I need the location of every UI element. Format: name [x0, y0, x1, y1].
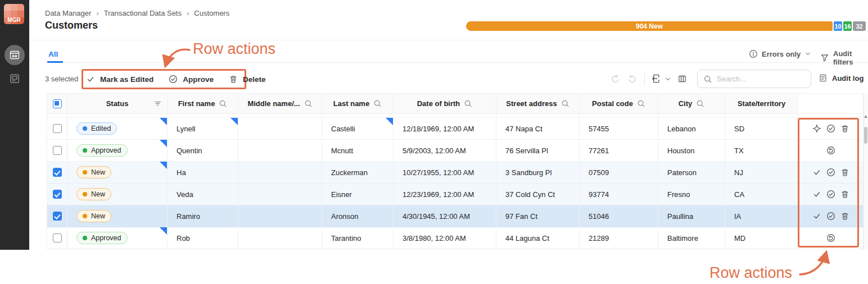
- header-city[interactable]: City: [658, 94, 725, 114]
- delete-row-icon[interactable]: [840, 124, 849, 133]
- cell-status[interactable]: Approved: [67, 140, 168, 162]
- cell-state[interactable]: SD: [725, 118, 798, 140]
- search-icon[interactable]: [304, 99, 313, 108]
- export-button[interactable]: [651, 74, 661, 84]
- cell-middle-name[interactable]: [238, 118, 322, 140]
- cell-city[interactable]: Fresno: [658, 184, 725, 205]
- cell-state[interactable]: TX: [725, 140, 798, 162]
- cell-state[interactable]: CA: [725, 184, 798, 205]
- cell-last-name[interactable]: Mcnutt: [322, 140, 394, 162]
- audit-filters-button[interactable]: Audit filters: [820, 49, 868, 66]
- search-icon[interactable]: [219, 99, 227, 108]
- cell-street-address[interactable]: 44 Laguna Ct: [496, 227, 580, 249]
- cell-last-name[interactable]: Zuckerman: [322, 162, 394, 184]
- row-checkbox[interactable]: [53, 190, 62, 199]
- row-checkbox[interactable]: [53, 233, 62, 242]
- cell-postal-code[interactable]: 93774: [580, 184, 658, 205]
- revert-row-icon[interactable]: [826, 233, 835, 242]
- sidebar-item-console[interactable]: [9, 73, 20, 84]
- cell-first-name[interactable]: Lynell: [168, 118, 238, 140]
- cell-city[interactable]: Paullina: [658, 205, 725, 227]
- approve-button[interactable]: Approve: [169, 75, 214, 84]
- cell-city[interactable]: Baltimore: [658, 227, 725, 249]
- errors-only-dropdown[interactable]: Errors only: [749, 49, 811, 58]
- cell-first-name[interactable]: Rob: [168, 227, 238, 249]
- cell-first-name[interactable]: Ramiro: [168, 205, 238, 227]
- header-status[interactable]: Status: [67, 94, 168, 114]
- mark-as-edited-row-icon[interactable]: [812, 212, 821, 221]
- search-icon[interactable]: [637, 99, 645, 108]
- approve-row-icon[interactable]: [826, 124, 835, 133]
- status-filter-icon[interactable]: [153, 99, 162, 108]
- cell-date-of-birth[interactable]: 3/8/1980, 12:00 AM: [394, 227, 496, 249]
- cell-street-address[interactable]: 76 Servilla Pl: [496, 140, 580, 162]
- cell-middle-name[interactable]: [238, 227, 322, 249]
- cell-state[interactable]: MD: [725, 227, 798, 249]
- progress-segment-green[interactable]: 16: [843, 21, 852, 31]
- scrollbar-thumb[interactable]: [864, 127, 867, 144]
- approve-row-icon[interactable]: [826, 168, 835, 177]
- cell-date-of-birth[interactable]: 5/9/2003, 12:00 AM: [394, 140, 496, 162]
- cell-status[interactable]: Approved: [67, 227, 168, 249]
- header-postal-code[interactable]: Postal code: [580, 94, 658, 114]
- cell-status[interactable]: New: [67, 184, 168, 205]
- columns-button[interactable]: [677, 74, 687, 84]
- audit-log-button[interactable]: Audit log: [819, 74, 864, 83]
- mark-as-edited-row-icon[interactable]: [812, 190, 821, 199]
- cell-city[interactable]: Lebanon: [658, 118, 725, 140]
- cell-status[interactable]: New: [67, 205, 168, 227]
- export-chevron-icon[interactable]: [664, 76, 671, 83]
- search-input[interactable]: [717, 75, 801, 83]
- revert-row-icon[interactable]: [826, 146, 835, 155]
- cell-middle-name[interactable]: [238, 140, 322, 162]
- breadcrumb-transactional-data-sets[interactable]: Transactional Data Sets: [104, 9, 182, 17]
- row-checkbox[interactable]: [53, 124, 62, 133]
- cell-status[interactable]: Edited: [67, 118, 168, 140]
- cell-postal-code[interactable]: 77261: [580, 140, 658, 162]
- cell-postal-code[interactable]: 57455: [580, 118, 658, 140]
- cell-first-name[interactable]: Veda: [168, 184, 238, 205]
- header-first-name[interactable]: First name: [168, 94, 238, 114]
- cell-street-address[interactable]: 97 Fan Ct: [496, 205, 580, 227]
- cell-date-of-birth[interactable]: 4/30/1945, 12:00 AM: [394, 205, 496, 227]
- sidebar-item-data-sets[interactable]: [4, 45, 25, 65]
- cell-state[interactable]: NJ: [725, 162, 798, 184]
- cell-last-name[interactable]: Eisner: [322, 184, 394, 205]
- header-street-address[interactable]: Street address: [496, 94, 580, 114]
- cell-date-of-birth[interactable]: 12/18/1969, 12:00 AM: [394, 118, 496, 140]
- search-icon[interactable]: [373, 99, 382, 108]
- cell-city[interactable]: Houston: [658, 140, 725, 162]
- mark-as-edited-sparkle-icon[interactable]: [812, 124, 821, 133]
- search-icon[interactable]: [696, 99, 704, 108]
- cell-middle-name[interactable]: [238, 184, 322, 205]
- progress-segment-blue[interactable]: 10: [834, 21, 842, 31]
- approve-row-icon[interactable]: [826, 212, 835, 221]
- header-last-name[interactable]: Last name: [322, 94, 394, 114]
- approve-row-icon[interactable]: [826, 190, 835, 199]
- cell-middle-name[interactable]: [238, 162, 322, 184]
- cell-date-of-birth[interactable]: 12/23/1969, 12:00 AM: [394, 184, 496, 205]
- tab-all[interactable]: All: [48, 50, 58, 58]
- undo-button[interactable]: [611, 74, 620, 84]
- cell-status[interactable]: New: [67, 162, 168, 184]
- cell-last-name[interactable]: Castelli: [322, 118, 394, 140]
- breadcrumb-data-manager[interactable]: Data Manager: [45, 9, 91, 17]
- header-middle-name[interactable]: Middle name/...: [238, 94, 322, 114]
- progress-segment-new[interactable]: 904 New: [466, 21, 833, 31]
- mark-as-edited-row-icon[interactable]: [812, 168, 821, 177]
- cell-street-address[interactable]: 3 Sandburg Pl: [496, 162, 580, 184]
- cell-first-name[interactable]: Ha: [168, 162, 238, 184]
- cell-city[interactable]: Paterson: [658, 162, 725, 184]
- redo-button[interactable]: [627, 74, 637, 84]
- delete-button[interactable]: Delete: [229, 75, 266, 84]
- cell-postal-code[interactable]: 51046: [580, 205, 658, 227]
- cell-postal-code[interactable]: 21289: [580, 227, 658, 249]
- cell-street-address[interactable]: 37 Cold Cyn Ct: [496, 184, 580, 205]
- cell-first-name[interactable]: Quentin: [168, 140, 238, 162]
- cell-last-name[interactable]: Tarantino: [322, 227, 394, 249]
- delete-row-icon[interactable]: [840, 168, 849, 177]
- row-checkbox[interactable]: [53, 212, 62, 221]
- cell-middle-name[interactable]: [238, 205, 322, 227]
- mark-as-edited-button[interactable]: Mark as Edited: [86, 75, 153, 84]
- cell-street-address[interactable]: 47 Napa Ct: [496, 118, 580, 140]
